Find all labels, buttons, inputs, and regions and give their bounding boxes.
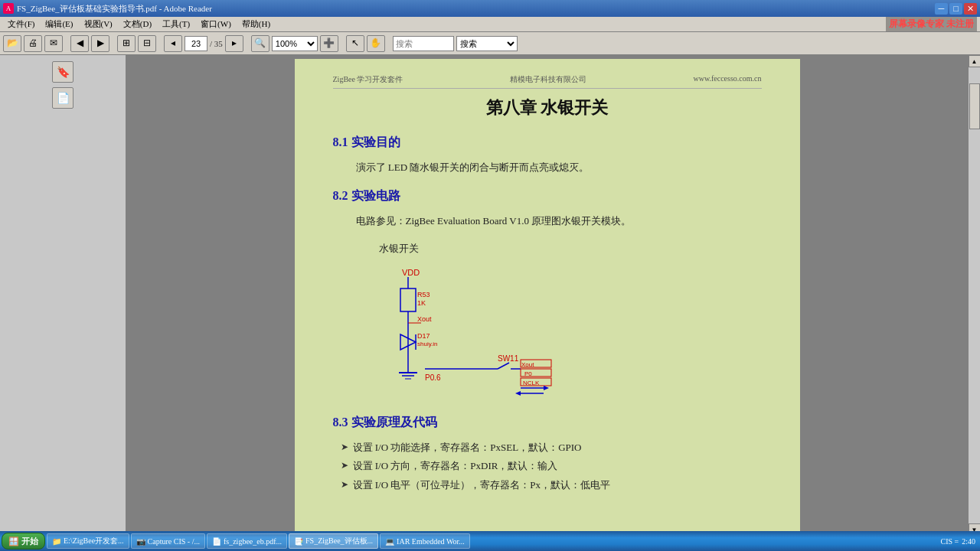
sidebar-bookmarks-icon[interactable]: 🔖 (52, 61, 74, 83)
cis-label: CIS = (941, 537, 959, 546)
svg-text:R53: R53 (417, 291, 430, 298)
pdf-page-header: ZigBee 学习开发套件 精模电子科技有限公司 www.feccesso.co… (333, 74, 762, 89)
prev-page-button[interactable]: ◂ (164, 35, 182, 52)
maximize-button[interactable]: □ (949, 3, 962, 15)
svg-marker-31 (544, 386, 549, 390)
svg-text:P0: P0 (524, 370, 532, 377)
taskbar-item-icon-4: 💻 (385, 537, 394, 546)
zoom-select[interactable]: 100% (272, 36, 318, 51)
bullet-item-1: ➤ 设置 I/O 功能选择，寄存器名：PxSEL，默认：GPIO (341, 440, 762, 456)
taskbar-item-2[interactable]: 📄 fs_zigbee_eb.pdf... (207, 533, 287, 549)
search-input[interactable] (393, 36, 454, 51)
taskbar-system-tray: CIS = 2:40 (941, 537, 978, 546)
sidebar-pages-icon[interactable]: 📄 (52, 87, 74, 109)
bullet-arrow-3: ➤ (341, 478, 348, 492)
bullet-text-2: 设置 I/O 方向，寄存器名：PxDIR，默认：输入 (353, 458, 558, 474)
zoom-in-button[interactable]: ➕ (320, 35, 338, 52)
app-icon: A (3, 3, 14, 14)
zoom-out-button[interactable]: 🔍 (251, 35, 270, 52)
circuit-svg: VDD R53 1K Xout (379, 262, 624, 407)
title-bar-left: A FS_ZigBee_评估板基础实验指导书.pdf - Adobe Reade… (3, 3, 212, 15)
taskbar-item-icon-0: 📁 (52, 537, 61, 546)
zoom-fit-button[interactable]: ⊞ (117, 35, 136, 52)
menu-file[interactable]: 文件(F) (3, 18, 39, 31)
title-bar: A FS_ZigBee_评估板基础实验指导书.pdf - Adobe Reade… (0, 0, 980, 17)
svg-text:Xout: Xout (417, 315, 432, 323)
start-button[interactable]: 🪟 开始 (2, 533, 45, 549)
header-center: 精模电子科技有限公司 (510, 74, 586, 85)
zoom-actual-button[interactable]: ⊟ (138, 35, 156, 52)
menu-bar: 文件(F) 编辑(E) 视图(V) 文档(D) 工具(T) 窗口(W) 帮助(H… (0, 17, 980, 32)
main-area: 🔖 📄 ZigBee 学习开发套件 精模电子科技有限公司 www.feccess… (0, 55, 980, 536)
taskbar: 🪟 开始 📁 E:\ZigBee开发套... 📷 Capture CIS - /… (0, 531, 980, 551)
menu-document[interactable]: 文档(D) (119, 18, 156, 31)
start-icon: 🪟 (8, 536, 19, 546)
back-button[interactable]: ◀ (70, 35, 89, 52)
section3-title: 8.3 实验原理及代码 (333, 415, 762, 431)
taskbar-item-icon-1: 📷 (136, 537, 145, 546)
hand-button[interactable]: ✋ (367, 35, 385, 52)
svg-text:D17: D17 (417, 332, 430, 340)
svg-text:NCLK: NCLK (523, 380, 540, 386)
header-left: ZigBee 学习开发套件 (333, 74, 403, 85)
svg-text:SW11: SW11 (498, 354, 519, 363)
menu-tools[interactable]: 工具(T) (158, 18, 194, 31)
email-button[interactable]: ✉ (44, 35, 63, 52)
watermark: 屏幕录像专家 未注册 (886, 17, 977, 31)
svg-text:shuiy.in: shuiy.in (417, 341, 438, 347)
menu-help[interactable]: 帮助(H) (237, 18, 275, 31)
taskbar-item-4[interactable]: 💻 IAR Embedded Wor... (380, 533, 470, 549)
page-total-label: / 35 (210, 39, 223, 48)
scroll-thumb[interactable] (969, 83, 980, 129)
bullet-item-3: ➤ 设置 I/O 电平（可位寻址），寄存器名：Px，默认：低电平 (341, 478, 762, 494)
taskbar-item-1[interactable]: 📷 Capture CIS - /... (131, 533, 205, 549)
next-page-button[interactable]: ▸ (225, 35, 243, 52)
circuit-area: 水银开关 VDD R53 1K Xout (379, 242, 762, 407)
header-right: www.feccesso.com.cn (693, 74, 761, 85)
taskbar-item-3[interactable]: 📑 FS_ZigBee_评估板... (289, 533, 378, 549)
taskbar-item-label-1: Capture CIS - /... (148, 537, 200, 546)
section2-text: 电路参见：ZigBee Evaluation Board V1.0 原理图水银开… (356, 214, 762, 230)
scroll-up-button[interactable]: ▲ (969, 55, 981, 67)
scroll-track (969, 67, 981, 523)
print-button[interactable]: 🖨 (24, 35, 42, 52)
bullet-text-1: 设置 I/O 功能选择，寄存器名：PxSEL，默认：GPIO (353, 440, 582, 456)
menu-window[interactable]: 窗口(W) (196, 18, 236, 31)
taskbar-item-label-0: E:\ZigBee开发套... (64, 536, 124, 546)
section2-title: 8.2 实验电路 (333, 188, 762, 204)
close-button[interactable]: ✕ (964, 3, 977, 15)
open-button[interactable]: 📂 (3, 35, 21, 52)
taskbar-item-icon-2: 📄 (212, 537, 221, 546)
taskbar-item-icon-3: 📑 (294, 537, 303, 546)
bullet-item-2: ➤ 设置 I/O 方向，寄存器名：PxDIR，默认：输入 (341, 458, 762, 474)
select-button[interactable]: ↖ (346, 35, 364, 52)
search-category-select[interactable]: 搜索 (456, 36, 518, 51)
svg-line-22 (498, 363, 509, 369)
right-scrollbar: ▲ ▼ (968, 55, 980, 536)
menu-view[interactable]: 视图(V) (80, 18, 117, 31)
toolbar: 📂 🖨 ✉ ◀ ▶ ⊞ ⊟ ◂ / 35 ▸ 🔍 100% ➕ ↖ ✋ 搜索 (0, 32, 980, 55)
forward-button[interactable]: ▶ (91, 35, 109, 52)
start-label: 开始 (21, 536, 38, 547)
svg-marker-33 (515, 391, 521, 396)
circuit-title-label: 水银开关 (379, 242, 419, 256)
svg-text:1K: 1K (417, 299, 426, 307)
menu-edit[interactable]: 编辑(E) (41, 18, 77, 31)
svg-text:P0.6: P0.6 (425, 373, 441, 382)
circuit-diagram: VDD R53 1K Xout (379, 262, 624, 407)
section1-text: 演示了 LED 随水银开关的闭合与断开而点亮或熄灭。 (356, 160, 762, 176)
page-number-input[interactable] (185, 36, 207, 51)
pdf-viewer: ZigBee 学习开发套件 精模电子科技有限公司 www.feccesso.co… (126, 55, 968, 536)
taskbar-item-0[interactable]: 📁 E:\ZigBee开发套... (47, 533, 129, 549)
left-sidebar: 🔖 📄 (0, 55, 126, 536)
svg-rect-2 (400, 289, 416, 311)
taskbar-item-label-3: FS_ZigBee_评估板... (305, 536, 373, 546)
bullet-arrow-2: ➤ (341, 458, 348, 473)
bullet-list: ➤ 设置 I/O 功能选择，寄存器名：PxSEL，默认：GPIO ➤ 设置 I/… (341, 440, 762, 494)
svg-text:VDD: VDD (402, 268, 420, 277)
section1-title: 8.1 实验目的 (333, 135, 762, 151)
taskbar-item-label-2: fs_zigbee_eb.pdf... (224, 537, 282, 546)
bullet-arrow-1: ➤ (341, 440, 348, 455)
taskbar-clock: 2:40 (962, 537, 975, 546)
minimize-button[interactable]: ─ (935, 3, 948, 15)
